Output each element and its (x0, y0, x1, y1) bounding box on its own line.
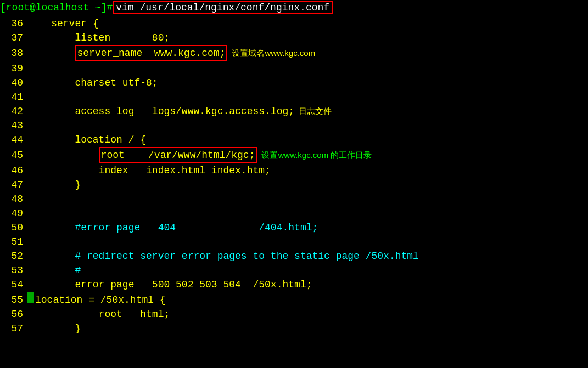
line-content-53: # (27, 263, 81, 278)
line-52: 52 # redirect server error pages to the … (0, 249, 588, 263)
line-46: 46 index index.html index.htm; (0, 163, 588, 178)
line45-boxed: root /var/www/html/kgc; (99, 147, 257, 163)
line42-text: access_log logs/www.kgc.access.log; (27, 104, 294, 118)
line-content-45: root /var/www/html/kgc;设置www.kgc.com 的工作… (27, 147, 372, 163)
line-56: 56 root html; (0, 307, 588, 321)
linenum-57: 57 (0, 321, 27, 336)
line-content-55: location = /50x.html { (27, 292, 166, 307)
linenum-50: 50 (0, 220, 27, 235)
line-53: 53 # (0, 263, 588, 278)
line-44: 44 location / { (0, 133, 588, 147)
linenum-39: 39 (0, 61, 27, 76)
line-content-52: # redirect server error pages to the sta… (27, 249, 419, 263)
line-content-47: } (27, 178, 81, 192)
line-40: 40 charset utf-8; (0, 76, 588, 90)
line-content-37: listen 80; (27, 31, 170, 45)
linenum-36: 36 (0, 16, 27, 31)
linenum-51: 51 (0, 235, 27, 249)
line45-pre (27, 148, 99, 162)
line-content-44: location / { (27, 133, 146, 147)
line-54: 54 error_page 500 502 503 504 /50x.html; (0, 278, 588, 292)
line-38: 38 server_name www.kgc.com;设置域名www.kgc.c… (0, 45, 588, 61)
line-content-38: server_name www.kgc.com;设置域名www.kgc.com (27, 45, 315, 61)
terminal: [root@localhost ~]# vim /usr/local/nginx… (0, 0, 588, 368)
line-50: 50 #error_page 404 /404.html; (0, 220, 588, 235)
line-45: 45 root /var/www/html/kgc;设置www.kgc.com … (0, 147, 588, 163)
linenum-54: 54 (0, 278, 27, 292)
line42-annotation: 日志文件 (299, 104, 332, 118)
linenum-43: 43 (0, 118, 27, 133)
vim-command: vim /usr/local/nginx/conf/nginx.conf (113, 1, 333, 14)
line-content-57: } (27, 321, 81, 336)
line-37: 37 listen 80; (0, 31, 588, 45)
line-content-56: root html; (27, 307, 170, 321)
line-55: 55 location = /50x.html { (0, 292, 588, 307)
line-39: 39 (0, 61, 588, 76)
linenum-55: 55 (0, 293, 27, 307)
line-48: 48 (0, 192, 588, 206)
line-49: 49 (0, 206, 588, 220)
line-43: 43 (0, 118, 588, 133)
line-content-54: error_page 500 502 503 504 /50x.html; (27, 278, 312, 292)
line38-annotation: 设置域名www.kgc.com (232, 46, 315, 60)
linenum-53: 53 (0, 263, 27, 278)
linenum-48: 48 (0, 192, 27, 206)
line-content-50: #error_page 404 /404.html; (27, 220, 318, 235)
line-content-46: index index.html index.htm; (27, 163, 271, 178)
line-57: 57 } (0, 321, 588, 336)
line-41: 41 (0, 90, 588, 104)
cursor (27, 292, 34, 303)
line45-annotation: 设置www.kgc.com 的工作目录 (261, 148, 372, 162)
linenum-47: 47 (0, 178, 27, 192)
linenum-40: 40 (0, 76, 27, 90)
line38-pre (27, 46, 75, 60)
line-42: 42 access_log logs/www.kgc.access.log;日志… (0, 104, 588, 118)
linenum-44: 44 (0, 133, 27, 147)
line-content-36: server { (27, 16, 99, 31)
line38-boxed: server_name www.kgc.com; (75, 45, 227, 61)
line-51: 51 (0, 235, 588, 249)
linenum-38: 38 (0, 46, 27, 60)
linenum-41: 41 (0, 90, 27, 104)
line-47: 47 } (0, 178, 588, 192)
code-area: 36 server { 37 listen 80; 38 server_name… (0, 16, 588, 336)
linenum-46: 46 (0, 163, 27, 178)
linenum-45: 45 (0, 148, 27, 162)
line-content-42: access_log logs/www.kgc.access.log;日志文件 (27, 104, 332, 118)
linenum-56: 56 (0, 307, 27, 321)
linenum-52: 52 (0, 249, 27, 263)
linenum-49: 49 (0, 206, 27, 220)
line-content-40: charset utf-8; (27, 76, 158, 90)
linenum-37: 37 (0, 31, 27, 45)
linenum-42: 42 (0, 104, 27, 118)
prompt: [root@localhost ~]# (0, 2, 113, 13)
line-36: 36 server { (0, 16, 588, 31)
header-line: [root@localhost ~]# vim /usr/local/nginx… (0, 0, 588, 16)
